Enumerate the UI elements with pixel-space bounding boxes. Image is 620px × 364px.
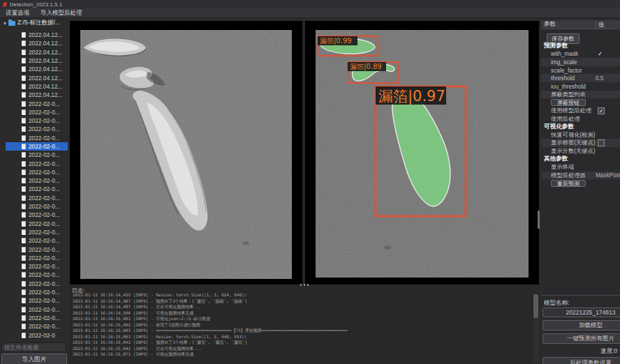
- param-row[interactable]: 预测参数: [541, 42, 620, 50]
- file-name: 2022-02-0...: [29, 135, 60, 142]
- tree-file-item[interactable]: 2022-02-0...: [0, 176, 68, 185]
- param-row[interactable]: 模型后处理器 MaskPostPro: [541, 172, 620, 180]
- file-icon: [22, 186, 26, 192]
- param-label: img_scale: [551, 59, 577, 66]
- tree-file-item[interactable]: 2022-02-0...: [0, 305, 68, 314]
- param-row[interactable]: 其他参数: [541, 155, 620, 163]
- tree-file-item[interactable]: 2022-02-0...: [0, 296, 68, 305]
- file-icon: [22, 238, 26, 243]
- log-lines: 2023-01-11 16:16:14,435 |INFO| - Resize:…: [73, 292, 531, 358]
- prediction-image-panel[interactable]: 漏箔|0.99 漏箔|0.89 漏箔|0.97: [305, 21, 539, 285]
- param-row[interactable]: 显示标签(关键点): [541, 139, 620, 147]
- tree-file-item[interactable]: 2022-02-0...: [0, 211, 68, 219]
- tree-file-item[interactable]: 2022-02-0...: [0, 280, 68, 288]
- param-row[interactable]: with_mask ✓: [541, 50, 620, 59]
- param-row[interactable]: 屏蔽类型列表: [541, 91, 620, 99]
- param-row[interactable]: img_scale: [541, 58, 620, 66]
- file-name: 2022-02-0...: [29, 314, 60, 321]
- log-scrollbar-thumb[interactable]: [533, 294, 538, 318]
- tree-file-item[interactable]: 2022-02-0...: [0, 220, 68, 228]
- log-scrollbar[interactable]: [533, 294, 538, 363]
- tree-file-item[interactable]: 2022.04.12...: [0, 48, 68, 56]
- file-name: 2022-02-0...: [29, 306, 60, 313]
- file-icon: [22, 66, 26, 72]
- search-input[interactable]: [1, 342, 66, 352]
- tree-file-item[interactable]: 2022-02-0...: [0, 194, 68, 202]
- file-icon: [22, 126, 26, 132]
- tree-file-item[interactable]: 2022.04.12...: [0, 39, 68, 47]
- model-name-field[interactable]: 20221225_174813: [542, 308, 620, 317]
- file-icon: [22, 289, 26, 295]
- tree-file-item[interactable]: 2022.04.12...: [0, 91, 68, 99]
- param-row[interactable]: 屏蔽按钮: [541, 98, 620, 107]
- tree-file-item[interactable]: 2022-02-0...: [0, 134, 68, 142]
- param-row[interactable]: 使用后处理: [541, 114, 620, 123]
- param-label: 显示标签(关键点): [551, 139, 596, 146]
- tree-file-item[interactable]: 2022-02-0...: [0, 236, 68, 245]
- file-icon: [22, 255, 26, 261]
- load-model-button[interactable]: 加载模型: [542, 320, 620, 331]
- file-name: 2022-02-0...: [29, 263, 60, 270]
- file-name: 2022-02-0...: [29, 195, 60, 202]
- file-icon: [22, 333, 26, 338]
- tree-file-item[interactable]: 2022-02-0...: [0, 116, 68, 125]
- param-label: 使用模型后处理: [551, 107, 591, 114]
- tree-file-item[interactable]: 2022.04.12...: [0, 65, 68, 73]
- tree-file-item[interactable]: 2022.04.12...: [0, 56, 68, 65]
- tree-file-item[interactable]: 2022.04.12...: [0, 31, 68, 39]
- tree-root-node[interactable]: ▾ Z:/5-标注数据/...: [0, 18, 68, 28]
- source-image-panel[interactable]: [70, 21, 302, 285]
- param-row[interactable]: scale_factor: [541, 66, 620, 75]
- tree-file-item[interactable]: 2022.04.12...: [0, 82, 68, 91]
- tree-file-item[interactable]: 2022-02-0...: [0, 228, 68, 236]
- tree-file-item[interactable]: 2022-02-0: [0, 331, 68, 339]
- param-checkbox[interactable]: ✓: [598, 51, 603, 57]
- param-row[interactable]: iou_threshold: [541, 82, 620, 91]
- postprocess-settings-button[interactable]: 后处理参数设置: [542, 357, 620, 364]
- param-checkbox[interactable]: [598, 139, 605, 146]
- file-name: 2022-02-0...: [29, 126, 60, 132]
- param-label: 屏蔽按钮: [551, 99, 586, 106]
- predict-all-button[interactable]: 一键预测所有图片: [542, 333, 620, 344]
- param-row[interactable]: 显示终端: [541, 163, 620, 172]
- tree-file-item[interactable]: 2022-02-0...: [0, 202, 68, 211]
- menu-item[interactable]: 导入模型后处理: [40, 9, 82, 17]
- file-icon: [22, 204, 26, 209]
- tree-file-item[interactable]: 2022-02-0...: [0, 108, 68, 116]
- folder-icon: [8, 21, 15, 26]
- tree-file-item[interactable]: 2022-02-0...: [0, 254, 68, 262]
- menu-item[interactable]: 设置选项: [6, 9, 29, 17]
- tree-file-item[interactable]: 2022-02-0...: [0, 262, 68, 271]
- tree-file-item[interactable]: 2022-02-0...: [0, 245, 68, 253]
- file-icon: [22, 281, 26, 287]
- param-row[interactable]: 使用模型后处理 ✓: [541, 107, 620, 115]
- param-row[interactable]: 重新预测: [541, 179, 620, 188]
- tree-file-item[interactable]: 2022-02-0...: [0, 125, 68, 133]
- tree-file-item[interactable]: 2022-02-0...: [0, 288, 68, 296]
- caret-down-icon[interactable]: ▾: [3, 20, 6, 26]
- tree-file-item[interactable]: 2022-02-0...: [0, 168, 68, 176]
- param-label: 屏蔽类型列表: [551, 91, 586, 98]
- tree-file-item[interactable]: 2022-02-0...: [0, 142, 68, 151]
- tree-file-item[interactable]: 2022.04.12...: [0, 73, 68, 82]
- tree-file-item[interactable]: 2022-02-0...: [0, 185, 68, 193]
- tree-file-item[interactable]: 2022-02-0...: [0, 322, 68, 331]
- param-checkbox[interactable]: ✓: [598, 107, 605, 114]
- file-icon: [22, 264, 26, 269]
- log-line: 2023-01-11 16:16:15,003 |INFO| - Resize:…: [73, 334, 531, 340]
- param-row[interactable]: threshold 0.5: [541, 74, 620, 82]
- tree-file-item[interactable]: 2022-02-0...: [0, 314, 68, 322]
- file-icon: [22, 144, 26, 149]
- file-icon: [22, 92, 26, 98]
- param-row[interactable]: 可视化参数: [541, 123, 620, 131]
- import-images-button[interactable]: 导入图片: [1, 354, 67, 364]
- tree-file-item[interactable]: 2022-02-0...: [0, 151, 68, 159]
- tree-file-item[interactable]: 2022-02-0...: [0, 271, 68, 279]
- log-line: 2023-01-11 16:16:14,487 |INFO| - 预测出了3个结…: [73, 298, 531, 305]
- tree-file-item[interactable]: 2022-02-0...: [0, 99, 68, 107]
- param-label: 快速可视化(检测): [551, 131, 596, 139]
- param-row[interactable]: 显示分数(关键点): [541, 147, 620, 156]
- param-row[interactable]: 快速可视化(检测): [541, 131, 620, 139]
- tree-file-item[interactable]: 2022-02-0...: [0, 159, 68, 167]
- app-logo-icon: [3, 2, 7, 7]
